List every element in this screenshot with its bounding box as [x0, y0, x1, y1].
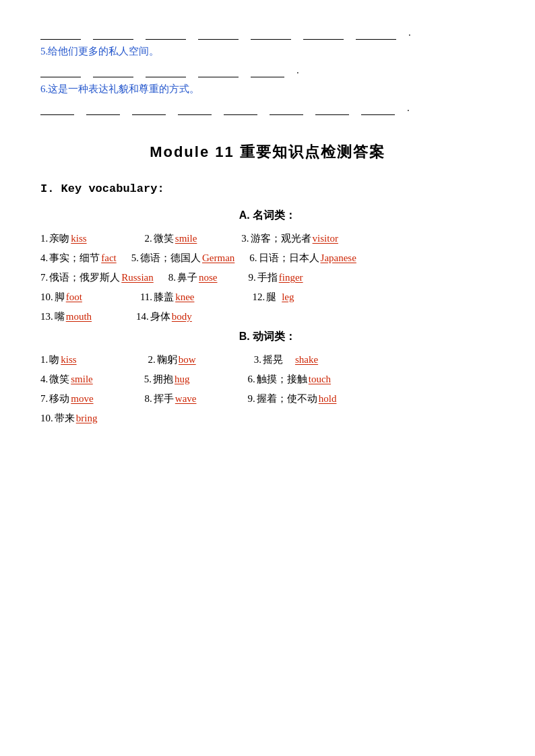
blank: [251, 65, 284, 77]
blank: [86, 102, 120, 115]
noun-item-5: 5. 德语；德国人 German: [131, 252, 235, 265]
sentence-6: 6.这是一种表达礼貌和尊重的方式。: [40, 83, 495, 96]
noun-item-14: 14. 身体 body: [136, 310, 192, 323]
blank-line-2: .: [40, 65, 495, 77]
blank: [146, 65, 186, 77]
blank: [198, 65, 239, 77]
blank-line-1: .: [40, 27, 495, 40]
blank: [40, 65, 81, 77]
noun-item-4: 4. 事实；细节 fact: [40, 252, 117, 265]
noun-row-5: 13. 嘴 mouth 14. 身体 body: [40, 310, 495, 323]
vocabulary-section: I. Key vocabulary: A. 名词类： 1. 亲吻 kiss 2.…: [40, 182, 495, 425]
verb-item-3: 3. 摇晃 shake: [254, 353, 318, 366]
verb-item-1: 1. 吻 kiss: [40, 353, 77, 366]
verb-item-2: 2. 鞠躬 bow: [148, 353, 196, 366]
period: .: [296, 65, 299, 77]
verb-item-10: 10. 带来 bring: [40, 412, 97, 425]
blank: [315, 102, 349, 115]
noun-item-3: 3. 游客；观光者 visitor: [241, 232, 338, 245]
noun-item-13: 13. 嘴 mouth: [40, 310, 92, 323]
noun-item-2: 2. 微笑 smile: [145, 232, 197, 245]
verb-row-3: 7. 移动 move 8. 挥手 wave 9. 握着；使不动 hold: [40, 392, 495, 405]
sentence-5: 5.给他们更多的私人空间。: [40, 45, 495, 58]
noun-item-1: 1. 亲吻 kiss: [40, 232, 87, 245]
noun-item-12: 12. 腿 leg: [252, 291, 294, 304]
subsectionA-title: A. 名词类：: [40, 209, 495, 223]
verb-row-4: 10. 带来 bring: [40, 412, 495, 425]
verb-item-4: 4. 微笑 smile: [40, 373, 93, 386]
noun-item-8: 8. 鼻子 nose: [168, 271, 218, 284]
blank: [198, 27, 239, 40]
noun-row-3: 7. 俄语；俄罗斯人 Russian 8. 鼻子 nose 9. 手指 fing…: [40, 271, 495, 284]
blank: [40, 27, 81, 40]
verb-row-2: 4. 微笑 smile 5. 拥抱 hug 6. 触摸；接触 touch: [40, 373, 495, 386]
blank-line-3: .: [40, 102, 495, 115]
noun-item-6: 6. 日语；日本人 Japanese: [249, 252, 356, 265]
subsectionB-title: B. 动词类：: [40, 330, 495, 344]
noun-row-4: 10. 脚 foot 11. 膝盖 knee 12. 腿 leg: [40, 291, 495, 304]
blank: [270, 102, 303, 115]
noun-item-9: 9. 手指 finger: [249, 271, 303, 284]
verb-item-9: 9. 握着；使不动 hold: [247, 392, 336, 405]
blank: [40, 102, 74, 115]
blank: [132, 102, 166, 115]
period: .: [408, 27, 411, 40]
noun-item-10: 10. 脚 foot: [40, 291, 82, 304]
verb-item-5: 5. 拥抱 hug: [144, 373, 190, 386]
top-section: . 5.给他们更多的私人空间。 . 6.这是一种表达礼貌和尊重的方式。 .: [40, 27, 495, 115]
blank: [146, 27, 186, 40]
period: .: [407, 102, 410, 115]
blank: [224, 102, 257, 115]
section1-title: I. Key vocabulary:: [40, 182, 495, 195]
verb-row-1: 1. 吻 kiss 2. 鞠躬 bow 3. 摇晃 shake: [40, 353, 495, 366]
noun-item-7: 7. 俄语；俄罗斯人 Russian: [40, 271, 154, 284]
blank: [361, 102, 395, 115]
verb-item-6: 6. 触摸；接触 touch: [248, 373, 332, 386]
main-title: Module 11 重要知识点检测答案: [40, 142, 495, 162]
noun-item-11: 11. 膝盖 knee: [140, 291, 195, 304]
blank: [356, 27, 396, 40]
blank: [93, 27, 133, 40]
noun-row-1: 1. 亲吻 kiss 2. 微笑 smile 3. 游客；观光者 visitor: [40, 232, 495, 245]
blank: [251, 27, 291, 40]
blank: [93, 65, 133, 77]
noun-row-2: 4. 事实；细节 fact 5. 德语；德国人 German 6. 日语；日本人…: [40, 252, 495, 265]
verb-item-7: 7. 移动 move: [40, 392, 94, 405]
verb-item-8: 8. 挥手 wave: [145, 392, 197, 405]
blank: [303, 27, 344, 40]
blank: [178, 102, 212, 115]
